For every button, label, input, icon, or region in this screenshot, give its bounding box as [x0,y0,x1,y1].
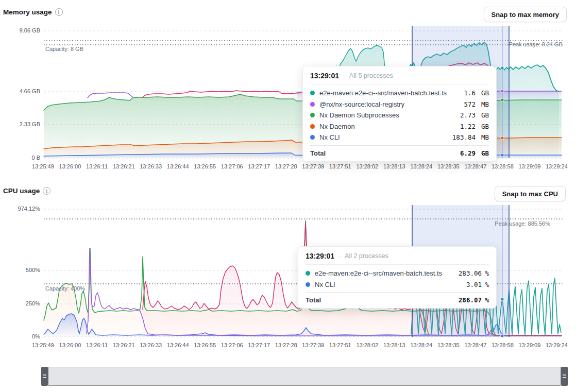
cpu-y-tick: 500% [0,267,40,273]
series-dot [310,91,315,95]
memory-x-tick: 13:28:58 [492,163,514,169]
cpu-x-tick: 13:27:51 [329,342,351,348]
memory-peak-label: Peak usage: 8.24 GB [509,41,563,47]
tooltip-time: 13:29:01 [310,72,339,80]
memory-x-tick: 13:27:28 [275,163,297,169]
memory-x-tick: 13:27:39 [302,163,324,169]
cpu-y-tick: 974.12% [0,206,40,212]
memory-x-tick: 13:26:44 [167,163,189,169]
memory-x-tick: 13:28:02 [356,163,378,169]
cpu-x-tick: 13:26:11 [86,342,108,348]
tooltip-row: Nx Daemon 1.22 GB [310,121,489,132]
cpu-capacity-label: Capacity: 400% [45,285,85,292]
cpu-x-tick: 13:28:13 [383,342,405,348]
memory-x-tick: 13:26:00 [59,163,81,169]
tooltip-row: Nx Daemon Subprocesses 2.73 GB [310,110,489,121]
hover-dot [501,334,504,337]
cpu-x-tick: 13:28:35 [437,342,460,348]
memory-section-header: Memory usage i Snap to max memory [0,6,576,23]
time-range-brush[interactable] [41,367,568,386]
memory-x-tick: 13:25:49 [32,163,54,169]
cpu-x-tick: 13:27:28 [275,342,297,348]
tooltip-row: e2e-maven:e2e-ci--src/maven-batch.test.t… [306,268,489,279]
memory-usage-title: Memory usage i [3,8,63,16]
tooltip-total-row: Total 6.29 GB [310,145,489,161]
brush-left-handle[interactable] [41,367,48,386]
tooltip-time: 13:29:01 [306,252,334,260]
memory-usage-title-text: Memory usage [3,8,52,16]
memory-y-tick: 4.66 GB [0,88,40,94]
memory-x-tick: 13:28:24 [410,163,432,169]
brush-right-handle[interactable] [561,367,568,386]
snap-to-max-cpu-button[interactable]: Snap to max CPU [495,186,566,201]
hover-dot [501,137,504,140]
memory-capacity-label: Capacity: 8 GB [45,46,83,52]
memory-x-tick: 13:27:17 [248,163,270,169]
tooltip-separator: · [343,72,345,79]
memory-x-tick: 13:27:06 [221,163,243,169]
cpu-x-tick: 13:27:06 [221,342,243,348]
cpu-x-tick: 13:27:39 [302,342,324,348]
tooltip-subtitle: All 5 processes [349,72,393,79]
tooltip-separator: · [338,252,341,260]
cpu-x-tick: 13:27:17 [248,342,270,348]
memory-x-tick: 13:26:55 [194,163,216,169]
memory-x-tick: 13:27:51 [329,163,351,169]
cpu-x-tick: 13:29:24 [546,342,568,348]
tooltip-row: @nx/nx-source:local-registry 572 MB [310,99,489,110]
tooltip-row: Nx CLI 3.01 % [306,279,489,291]
cpu-x-axis: 13:25:4913:26:0013:26:1113:26:2113:26:33… [32,342,568,348]
cpu-peak-label: Peak usage: 885.56% [495,220,550,227]
memory-x-tick: 13:28:35 [437,163,460,169]
series-dot [310,113,315,117]
memory-x-tick: 13:28:13 [383,163,405,169]
series-dot [310,135,315,140]
cpu-usage-title-text: CPU usage [3,187,40,195]
memory-y-tick: 0 B [0,155,40,161]
hover-dot [501,90,504,93]
cpu-x-tick: 13:26:55 [194,342,216,348]
memory-x-tick: 13:26:21 [113,163,135,169]
cpu-x-tick: 13:25:49 [32,342,54,348]
cpu-tooltip-header: 13:29:01 · All 2 processes [306,247,489,265]
cpu-x-tick: 13:26:21 [113,342,135,348]
hover-dot [501,98,504,101]
cpu-x-tick: 13:26:33 [140,342,162,348]
cpu-usage-title: CPU usage i [3,187,50,195]
cpu-x-tick: 13:28:58 [492,342,514,348]
hover-dot [501,66,504,70]
cpu-x-tick: 13:26:00 [59,342,81,348]
nx-profiler-page: Memory usage i Snap to max memory 9.06 G… [0,0,576,392]
memory-x-axis: 13:25:4913:26:0013:26:1113:26:2113:26:33… [32,163,568,169]
series-dot [310,102,315,107]
tooltip-subtitle: All 2 processes [345,252,388,260]
cpu-section-header: CPU usage i Snap to max CPU [0,185,576,201]
memory-x-tick: 13:29:24 [546,163,568,169]
cpu-tooltip: 13:29:01 · All 2 processes e2e-maven:e2e… [298,246,497,309]
series-line-local-registry-early [88,93,132,98]
cpu-x-tick: 13:28:02 [356,342,378,348]
cpu-y-tick: 250% [0,300,40,306]
memory-x-tick: 13:29:09 [518,163,540,169]
memory-x-tick: 13:28:47 [464,163,486,169]
cpu-x-tick: 13:28:24 [410,342,432,348]
grip-icon [563,374,566,378]
tooltip-row: e2e-maven:e2e-ci--src/maven-batch.test.t… [310,88,489,99]
memory-y-tick: 2.33 GB [0,121,40,127]
info-icon[interactable]: i [55,8,63,16]
cpu-x-tick: 13:26:44 [167,342,189,348]
grip-icon [43,374,46,378]
tooltip-total-row: Total 286.07 % [306,292,489,308]
info-icon[interactable]: i [43,187,50,195]
hover-dot [501,154,504,157]
memory-tooltip-header: 13:29:01 · All 5 processes [310,66,489,84]
cpu-x-tick: 13:28:47 [464,342,486,348]
brush-track[interactable] [48,367,561,386]
memory-x-tick: 13:26:11 [86,163,108,169]
series-dot [306,271,310,276]
tooltip-row: Nx CLI 183.84 MB [310,132,489,143]
memory-y-tick: 9.06 GB [0,27,40,33]
snap-to-max-memory-button[interactable]: Snap to max memory [484,7,567,22]
memory-tooltip: 13:29:01 · All 5 processes e2e-maven:e2e… [302,66,497,162]
memory-x-tick: 13:26:33 [140,163,162,169]
